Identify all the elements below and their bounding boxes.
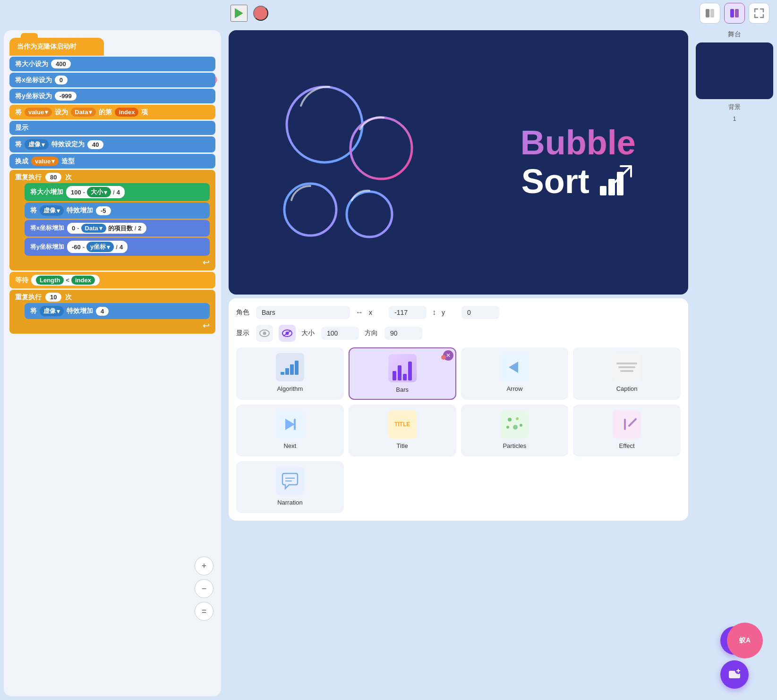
sprite-thumb-algorithm	[276, 353, 304, 381]
svg-marker-23	[285, 419, 295, 430]
add-sprite-button[interactable]: 🐱	[720, 626, 749, 655]
bg-label: 背景	[696, 103, 773, 111]
hat-block: 当作为克隆体启动时	[9, 38, 104, 56]
view-split-button[interactable]	[724, 3, 745, 24]
svg-rect-31	[628, 418, 637, 427]
dir-label: 方向	[365, 329, 379, 337]
block-size: 将大小设为 400	[9, 57, 215, 71]
sprite-label: 角色	[236, 308, 250, 317]
sprites-grid: Algorithm ✕ Bars	[236, 347, 681, 513]
size-input[interactable]	[321, 327, 359, 340]
x-icon: ↔	[356, 308, 363, 317]
block-y-inc: 将y坐标增加 -60 - y坐标 ▾ / 4	[25, 238, 210, 256]
sprite-card-algorithm[interactable]: Algorithm	[236, 347, 344, 400]
props-row-secondary: 显示 大小 方向	[236, 325, 681, 342]
svg-point-14	[263, 332, 266, 335]
block-x-inc: 将x坐标增加 0 - Data ▾ 的项目数 / 2	[25, 220, 210, 236]
sprite-card-particles[interactable]: Particles	[461, 405, 569, 456]
svg-rect-24	[294, 419, 296, 430]
sprite-name-bars: Bars	[396, 386, 409, 393]
code-panel: 当作为克隆体启动时 将大小设为 400 将x坐标设为 0 将y坐标设为 -999…	[4, 30, 221, 696]
sprite-name-input[interactable]	[256, 306, 350, 319]
svg-rect-2	[710, 9, 714, 17]
zoom-reset-button[interactable]: =	[195, 602, 213, 621]
block-show: 显示	[9, 121, 215, 135]
svg-point-29	[520, 424, 522, 427]
block-set-value: 将 value ▾ 设为 Data ▾ 的第 index 项	[9, 105, 215, 119]
sprite-thumb-bars	[388, 354, 417, 382]
sprite-card-title[interactable]: TITLE Title	[349, 405, 456, 456]
sprite-name-algorithm: Algorithm	[277, 385, 303, 392]
svg-point-26	[516, 417, 519, 420]
sprite-card-arrow[interactable]: Arrow	[461, 347, 569, 400]
bubbles-area	[229, 54, 468, 271]
sprite-props-panel: 角色 ↔ x ↕ y 显示	[229, 298, 688, 521]
sprite-dot-bars	[441, 355, 446, 360]
svg-point-27	[506, 426, 509, 429]
sprite-card-narration[interactable]: Narration	[236, 461, 344, 513]
x-value-input[interactable]	[389, 306, 427, 319]
green-flag-button[interactable]	[231, 5, 248, 22]
block-y: 将y坐标设为 -999	[9, 89, 215, 103]
svg-line-17	[283, 330, 291, 336]
block-repeat-80: 重复执行 80 次 将大小增加 100 - 大小 ▾ / 4	[9, 170, 215, 270]
svg-rect-3	[730, 9, 734, 17]
center-panel: Bubble Sort 角色	[225, 26, 692, 700]
add-stage-button[interactable]	[720, 660, 749, 689]
block-repeat-10: 重复执行 10 次 将 虚像 ▾ 特效增加 4 ↩	[9, 290, 215, 334]
x-label: x	[369, 309, 383, 316]
right-panel: 舞台 背景 1 🐱 蚁A	[692, 26, 777, 700]
sprite-card-effect[interactable]: Effect	[573, 405, 681, 456]
stage-title-bubble: Bubble	[478, 124, 679, 161]
svg-rect-10	[608, 179, 615, 195]
block-wait: 等待 Length < index	[9, 272, 215, 288]
top-bar	[0, 0, 777, 26]
block-effect-set: 将 虚像 ▾ 特效设定为 40	[9, 136, 215, 152]
stop-button[interactable]	[253, 6, 268, 21]
svg-rect-19	[285, 368, 289, 375]
top-bar-left	[8, 5, 268, 22]
svg-rect-1	[706, 9, 709, 17]
sprite-name-narration: Narration	[277, 499, 302, 506]
sprite-name-title: Title	[397, 442, 408, 449]
top-bar-right	[700, 3, 769, 24]
stage-thumbnail[interactable]	[696, 42, 773, 99]
sprite-name-caption: Caption	[616, 385, 638, 392]
svg-rect-21	[295, 361, 299, 375]
sprite-name-particles: Particles	[503, 442, 526, 449]
sprite-thumb-caption	[613, 353, 641, 381]
sprite-name-next: Next	[284, 442, 297, 449]
stage-label: 舞台	[696, 30, 773, 39]
svg-point-7	[350, 118, 412, 179]
y-icon: ↕	[432, 308, 436, 317]
svg-rect-9	[600, 186, 606, 195]
svg-marker-0	[235, 8, 243, 18]
sprite-name-effect: Effect	[619, 442, 635, 449]
zoom-in-button[interactable]: +	[195, 557, 213, 575]
sprite-card-caption[interactable]: Caption	[573, 347, 681, 400]
dir-input[interactable]	[384, 327, 422, 340]
y-label: y	[442, 309, 456, 316]
sprite-card-bars[interactable]: ✕ Bars	[349, 347, 456, 400]
show-eye-button[interactable]	[256, 325, 273, 342]
title-area: Bubble Sort	[468, 115, 689, 210]
svg-rect-20	[290, 364, 294, 375]
block-ghost-inc2: 将 虚像 ▾ 特效增加 4	[25, 303, 210, 319]
svg-rect-30	[624, 419, 626, 430]
svg-point-6	[284, 184, 336, 236]
size-label: 大小	[301, 329, 316, 337]
hat-block-label: 当作为克隆体启动时	[17, 42, 77, 50]
zoom-out-button[interactable]: −	[195, 579, 213, 598]
sprite-name-arrow: Arrow	[506, 385, 522, 392]
hide-eye-button[interactable]	[279, 325, 296, 342]
view-normal-button[interactable]	[700, 3, 720, 24]
show-label: 显示	[236, 329, 250, 337]
y-value-input[interactable]	[461, 306, 499, 319]
svg-rect-18	[281, 372, 284, 375]
block-x: 将x坐标设为 0	[9, 73, 215, 87]
sprite-thumb-effect	[613, 410, 641, 439]
block-size-inc: 将大小增加 100 - 大小 ▾ / 4	[25, 183, 210, 201]
sprite-card-next[interactable]: Next	[236, 405, 344, 456]
view-full-button[interactable]	[749, 3, 769, 24]
sprite-thumb-arrow	[500, 353, 529, 381]
